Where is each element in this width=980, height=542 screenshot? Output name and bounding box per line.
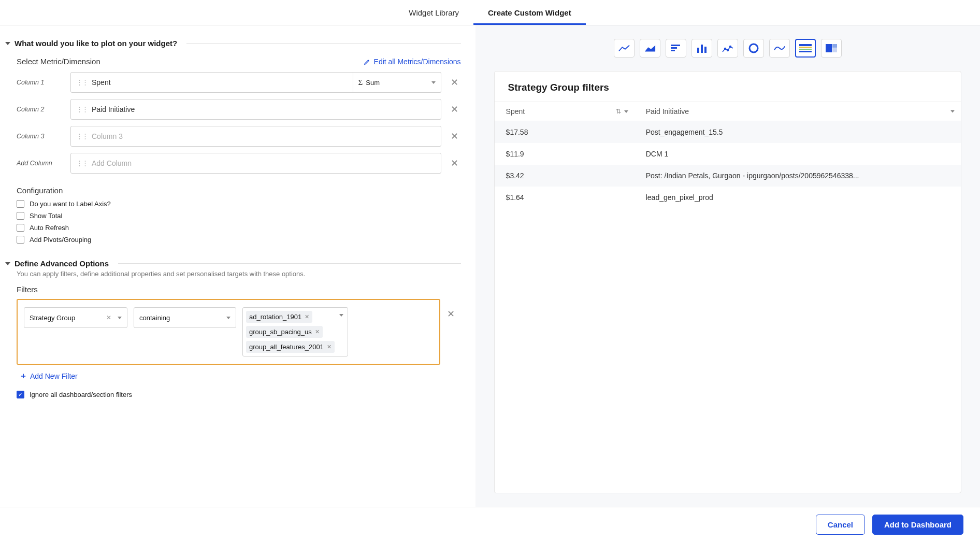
chevron-down-icon	[226, 317, 230, 319]
svg-rect-6	[704, 47, 707, 53]
remove-tag-icon[interactable]: ✕	[327, 344, 332, 350]
checkbox-show-total[interactable]	[17, 212, 24, 220]
select-metric-label: Select Metric/Dimension	[17, 57, 100, 66]
chart-type-treemap-icon[interactable]	[821, 39, 842, 58]
chart-type-scatter-icon[interactable]	[717, 39, 738, 58]
ignore-filters-label: Ignore all dashboard/section filters	[30, 391, 132, 398]
filter-row: Strategy Group ✕ containing ad_rotation_…	[17, 299, 440, 365]
preview-panel: Strategy Group filters Spent ⇅ Paid Init…	[475, 25, 980, 507]
checkbox-auto-refresh[interactable]	[17, 224, 24, 232]
remove-column2-button[interactable]: ✕	[449, 104, 461, 115]
chart-type-table-icon[interactable]	[795, 39, 816, 58]
drag-handle-icon[interactable]: ⋮⋮	[76, 162, 88, 165]
chart-type-vbar-icon[interactable]	[691, 39, 712, 58]
tab-create-custom-widget[interactable]: Create Custom Widget	[473, 2, 586, 25]
svg-rect-11	[799, 44, 812, 46]
column1-input[interactable]: ⋮⋮ Spent	[70, 72, 353, 93]
column2-label: Column 2	[17, 106, 63, 113]
configuration-title: Configuration	[17, 186, 461, 195]
chart-type-donut-icon[interactable]	[743, 39, 764, 58]
filter-tag: group_all_features_2001✕	[246, 341, 335, 353]
svg-point-9	[729, 46, 731, 48]
checkbox-ignore-dashboard-filters[interactable]: ✓	[17, 391, 24, 398]
sort-icon[interactable]: ⇅	[616, 108, 621, 115]
chevron-down-icon	[118, 317, 122, 319]
svg-rect-17	[832, 48, 837, 52]
cfg-show-total: Show Total	[30, 212, 62, 220]
tab-widget-library[interactable]: Widget Library	[394, 2, 473, 25]
drag-handle-icon[interactable]: ⋮⋮	[76, 81, 88, 84]
filter-tag: ad_rotation_1901✕	[246, 311, 312, 323]
svg-rect-14	[799, 51, 812, 52]
svg-rect-5	[701, 45, 703, 53]
svg-rect-16	[832, 44, 837, 48]
advanced-subtext: You can apply filters, define additional…	[17, 270, 461, 278]
footer: Cancel Add to Dashboard	[0, 507, 980, 542]
table-header-spent[interactable]: Spent ⇅	[495, 102, 635, 121]
remove-tag-icon[interactable]: ✕	[305, 313, 309, 320]
filter-tag: group_sb_pacing_us✕	[246, 326, 323, 338]
chevron-down-icon[interactable]	[950, 110, 955, 113]
add-column-input[interactable]: ⋮⋮ Add Column	[70, 153, 441, 174]
checkbox-label-axis[interactable]	[17, 200, 24, 208]
filter-field-select[interactable]: Strategy Group ✕	[24, 307, 127, 328]
cfg-auto-refresh: Auto Refresh	[30, 224, 69, 232]
svg-point-7	[724, 48, 726, 50]
cfg-label-axis: Do you want to Label Axis?	[30, 200, 111, 208]
filter-values-multiselect[interactable]: ad_rotation_1901✕ group_sb_pacing_us✕ gr…	[242, 307, 348, 356]
svg-point-10	[750, 44, 758, 52]
remove-column3-button[interactable]: ✕	[449, 131, 461, 142]
remove-column1-button[interactable]: ✕	[449, 77, 461, 88]
chart-type-hbar-icon[interactable]	[666, 39, 686, 58]
chart-type-toolbar	[494, 39, 961, 58]
table-row: $1.64lead_gen_pixel_prod	[495, 187, 961, 208]
clear-icon[interactable]: ✕	[106, 314, 111, 321]
column1-aggregation-select[interactable]: ΣSum	[353, 72, 441, 93]
chevron-down-icon	[431, 81, 436, 84]
section-plot-title: What would you like to plot on your widg…	[15, 39, 177, 48]
chart-type-area-icon[interactable]	[640, 39, 660, 58]
svg-rect-12	[799, 47, 812, 48]
column3-input[interactable]: ⋮⋮ Column 3	[70, 126, 441, 147]
filters-title: Filters	[17, 285, 461, 294]
svg-rect-13	[799, 49, 812, 50]
drag-handle-icon[interactable]: ⋮⋮	[76, 108, 88, 111]
pencil-icon	[364, 58, 371, 65]
svg-point-8	[727, 50, 728, 51]
filter-operator-select[interactable]: containing	[134, 307, 236, 328]
edit-all-metrics-link[interactable]: Edit all Metrics/Dimensions	[364, 58, 461, 66]
column3-label: Column 3	[17, 133, 63, 140]
preview-card: Strategy Group filters Spent ⇅ Paid Init…	[494, 71, 961, 493]
checkbox-add-pivots[interactable]	[17, 236, 24, 244]
remove-filter-button[interactable]: ✕	[447, 308, 455, 320]
chart-type-line-icon[interactable]	[614, 39, 635, 58]
chevron-down-icon	[339, 314, 343, 317]
chevron-down-icon[interactable]	[5, 262, 10, 265]
add-new-filter-button[interactable]: + Add New Filter	[21, 371, 461, 381]
add-column-label: Add Column	[17, 160, 63, 167]
svg-rect-15	[826, 44, 832, 52]
section-advanced-title: Define Advanced Options	[15, 259, 109, 268]
column2-input[interactable]: ⋮⋮ Paid Initiative	[70, 99, 441, 120]
remove-add-column-button[interactable]: ✕	[449, 158, 461, 169]
svg-rect-4	[697, 48, 699, 53]
config-panel: What would you like to plot on your widg…	[0, 25, 475, 507]
drag-handle-icon[interactable]: ⋮⋮	[76, 135, 88, 138]
remove-tag-icon[interactable]: ✕	[315, 329, 320, 335]
table-row: $3.42Post: /Indian Petals, Gurgaon - ipg…	[495, 165, 961, 187]
svg-rect-1	[671, 45, 680, 46]
tab-bar: Widget Library Create Custom Widget	[0, 0, 980, 25]
cancel-button[interactable]: Cancel	[816, 515, 865, 535]
add-to-dashboard-button[interactable]: Add to Dashboard	[872, 515, 963, 535]
preview-title: Strategy Group filters	[495, 72, 961, 102]
column1-label: Column 1	[17, 79, 63, 86]
table-row: $11.9DCM 1	[495, 143, 961, 165]
chevron-down-icon[interactable]	[624, 110, 628, 113]
svg-rect-2	[671, 47, 677, 49]
cfg-add-pivots: Add Pivots/Grouping	[30, 236, 91, 244]
table-row: $17.58Post_engagement_15.5	[495, 121, 961, 144]
svg-rect-3	[671, 50, 675, 51]
chart-type-spline-icon[interactable]	[769, 39, 790, 58]
chevron-down-icon[interactable]	[5, 42, 10, 45]
table-header-paid-initiative[interactable]: Paid Initiative	[635, 102, 961, 121]
